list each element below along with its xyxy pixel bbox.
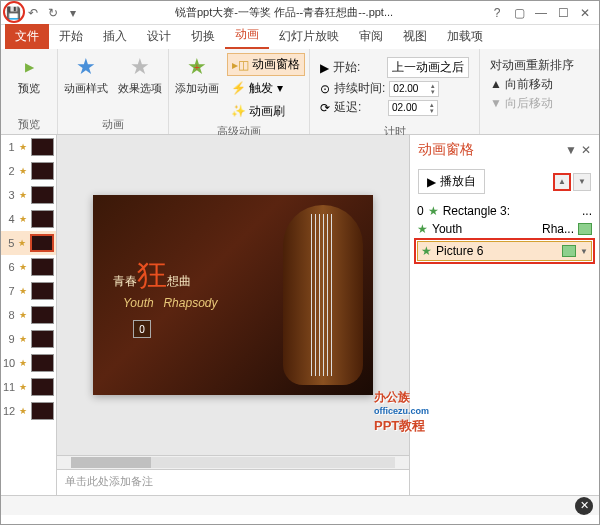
duration-label: 持续时间: [334, 80, 385, 97]
ribbon-tabs: 文件 开始 插入 设计 切换 动画 幻灯片放映 审阅 视图 加载项 [1, 25, 599, 49]
anim-item-rectangle[interactable]: 0★Rectangle 3:... [414, 202, 595, 220]
tab-animations[interactable]: 动画 [225, 22, 269, 49]
preview-button[interactable]: ▶预览 [5, 51, 53, 98]
start-label: 开始: [333, 59, 383, 76]
violin-graphic [283, 205, 363, 385]
thumb-6[interactable]: 6★ [1, 255, 56, 279]
group-animation: 动画 [62, 115, 164, 132]
ribbon-toggle-icon[interactable]: ▢ [509, 5, 529, 21]
tab-insert[interactable]: 插入 [93, 24, 137, 49]
thumb-9[interactable]: 9★ [1, 327, 56, 351]
slide-title: 青春狂想曲 [113, 255, 191, 296]
move-later-button[interactable]: ▼ 向后移动 [490, 95, 574, 112]
anim-style-button[interactable]: ★动画样式 [62, 51, 110, 98]
effect-options-button[interactable]: ★效果选项 [116, 51, 164, 98]
animation-pane-button[interactable]: ▸◫动画窗格 [227, 53, 305, 76]
close-icon[interactable]: ✕ [575, 5, 595, 21]
tab-view[interactable]: 视图 [393, 24, 437, 49]
tab-home[interactable]: 开始 [49, 24, 93, 49]
delay-label: 延迟: [334, 99, 384, 116]
thumb-7[interactable]: 7★ [1, 279, 56, 303]
tab-slideshow[interactable]: 幻灯片放映 [269, 24, 349, 49]
horizontal-scrollbar[interactable] [57, 455, 409, 469]
thumb-2[interactable]: 2★ [1, 159, 56, 183]
anim-item-picture6[interactable]: ★Picture 6▼ [417, 241, 592, 261]
thumb-5[interactable]: 5★ [1, 231, 56, 255]
thumb-10[interactable]: 10★ [1, 351, 56, 375]
start-value[interactable]: 上一动画之后 [387, 57, 469, 78]
maximize-icon[interactable]: ☐ [553, 5, 573, 21]
editor-area: 青春狂想曲 Youth Rhapsody 0 办公族 officezu.com … [57, 135, 409, 495]
trigger-button[interactable]: ⚡ 触发 ▾ [227, 78, 305, 99]
slide-canvas[interactable]: 青春狂想曲 Youth Rhapsody 0 [93, 195, 373, 395]
tab-design[interactable]: 设计 [137, 24, 181, 49]
pane-close-icon[interactable]: ✕ [581, 143, 591, 157]
qat-more-icon[interactable]: ▾ [65, 5, 81, 21]
anim-item-youth[interactable]: ★YouthRha... [414, 220, 595, 238]
thumb-3[interactable]: 3★ [1, 183, 56, 207]
minimize-icon[interactable]: — [531, 5, 551, 21]
tab-file[interactable]: 文件 [5, 24, 49, 49]
tab-transitions[interactable]: 切换 [181, 24, 225, 49]
thumb-4[interactable]: 4★ [1, 207, 56, 231]
thumb-1[interactable]: 1★ [1, 135, 56, 159]
notes-placeholder[interactable]: 单击此处添加备注 [57, 469, 409, 495]
add-animation-button[interactable]: ★+添加动画 [173, 51, 221, 98]
pane-dropdown-icon[interactable]: ▼ [565, 143, 577, 157]
slide-subtitle: Youth Rhapsody [123, 295, 218, 311]
reorder-label: 对动画重新排序 [490, 57, 574, 74]
save-icon[interactable]: 💾 [5, 5, 21, 21]
undo-icon[interactable]: ↶ [25, 5, 41, 21]
help-icon[interactable]: ? [487, 5, 507, 21]
watermark: 办公族 officezu.com PPT教程 [374, 387, 429, 435]
animation-list: 0★Rectangle 3:... ★YouthRha... ★Picture … [410, 198, 599, 268]
status-close-icon[interactable]: ✕ [575, 497, 593, 515]
move-earlier-button[interactable]: ▲ 向前移动 [490, 76, 574, 93]
thumb-12[interactable]: 12★ [1, 399, 56, 423]
tab-review[interactable]: 审阅 [349, 24, 393, 49]
pane-title: 动画窗格 [418, 141, 474, 159]
status-bar: ✕ [1, 495, 599, 515]
thumb-8[interactable]: 8★ [1, 303, 56, 327]
play-from-button[interactable]: ▶播放自 [418, 169, 485, 194]
slide-object-tag: 0 [133, 320, 151, 338]
move-up-button[interactable]: ▲ [553, 173, 571, 191]
move-down-button[interactable]: ▼ [573, 173, 591, 191]
delay-input[interactable]: 02.00▴▾ [388, 100, 438, 116]
duration-input[interactable]: 02.00▴▾ [389, 81, 439, 97]
animation-pane: 动画窗格 ▼ ✕ ▶播放自 ▲ ▼ 0★Rectangle 3:... ★You… [409, 135, 599, 495]
tab-addins[interactable]: 加载项 [437, 24, 493, 49]
workspace: 1★2★3★4★5★6★7★8★9★10★11★12★ 青春狂想曲 Youth … [1, 135, 599, 495]
titlebar: 💾 ↶ ↻ ▾ 锐普ppt大赛-一等奖 作品--青春狂想曲--.ppt... ?… [1, 1, 599, 25]
redo-icon[interactable]: ↻ [45, 5, 61, 21]
window-title: 锐普ppt大赛-一等奖 作品--青春狂想曲--.ppt... [81, 5, 487, 20]
ribbon: ▶预览 预览 ★动画样式 ★效果选项 动画 ★+添加动画 ▸◫动画窗格 ⚡ 触发… [1, 49, 599, 135]
thumb-11[interactable]: 11★ [1, 375, 56, 399]
group-preview: 预览 [5, 115, 53, 132]
animation-painter-button[interactable]: ✨ 动画刷 [227, 101, 305, 122]
slide-thumbnails[interactable]: 1★2★3★4★5★6★7★8★9★10★11★12★ [1, 135, 57, 495]
